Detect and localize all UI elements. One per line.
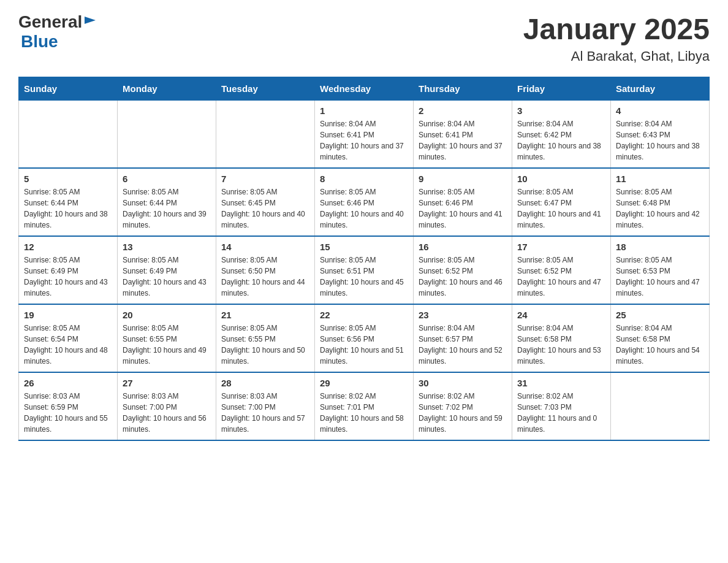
calendar-cell	[611, 372, 710, 440]
day-info: Sunrise: 8:05 AM Sunset: 6:53 PM Dayligh…	[616, 255, 704, 299]
location-subtitle: Al Barakat, Ghat, Libya	[523, 48, 710, 64]
day-info: Sunrise: 8:03 AM Sunset: 7:00 PM Dayligh…	[123, 391, 211, 435]
day-info: Sunrise: 8:05 AM Sunset: 6:45 PM Dayligh…	[221, 186, 309, 231]
day-number: 23	[419, 310, 507, 320]
page-header: General Blue January 2025 Al Barakat, Gh…	[18, 12, 710, 64]
calendar-cell: 12Sunrise: 8:05 AM Sunset: 6:49 PM Dayli…	[19, 236, 118, 304]
calendar-cell: 6Sunrise: 8:05 AM Sunset: 6:44 PM Daylig…	[118, 168, 216, 236]
day-number: 14	[221, 242, 309, 252]
day-info: Sunrise: 8:02 AM Sunset: 7:03 PM Dayligh…	[517, 391, 605, 435]
day-info: Sunrise: 8:05 AM Sunset: 6:54 PM Dayligh…	[24, 323, 112, 367]
day-info: Sunrise: 8:05 AM Sunset: 6:55 PM Dayligh…	[123, 323, 211, 367]
day-info: Sunrise: 8:04 AM Sunset: 6:57 PM Dayligh…	[419, 323, 507, 367]
day-info: Sunrise: 8:05 AM Sunset: 6:55 PM Dayligh…	[221, 323, 309, 367]
calendar-cell: 2Sunrise: 8:04 AM Sunset: 6:41 PM Daylig…	[414, 101, 512, 169]
calendar-header: SundayMondayTuesdayWednesdayThursdayFrid…	[19, 77, 710, 101]
day-number: 3	[517, 105, 605, 116]
calendar-cell: 1Sunrise: 8:04 AM Sunset: 6:41 PM Daylig…	[315, 101, 414, 169]
weekday-header-wednesday: Wednesday	[315, 77, 414, 101]
calendar-cell: 5Sunrise: 8:05 AM Sunset: 6:44 PM Daylig…	[19, 168, 118, 236]
logo-general-text: General	[18, 12, 82, 32]
day-number: 24	[517, 310, 605, 320]
calendar-cell: 13Sunrise: 8:05 AM Sunset: 6:49 PM Dayli…	[118, 236, 216, 304]
day-number: 15	[320, 242, 408, 252]
weekday-header-row: SundayMondayTuesdayWednesdayThursdayFrid…	[19, 77, 710, 101]
calendar-cell: 11Sunrise: 8:05 AM Sunset: 6:48 PM Dayli…	[611, 168, 710, 236]
day-number: 20	[123, 310, 211, 320]
day-info: Sunrise: 8:05 AM Sunset: 6:46 PM Dayligh…	[419, 186, 507, 231]
day-info: Sunrise: 8:04 AM Sunset: 6:58 PM Dayligh…	[517, 323, 605, 367]
day-info: Sunrise: 8:05 AM Sunset: 6:44 PM Dayligh…	[24, 186, 112, 231]
weekday-header-sunday: Sunday	[19, 77, 118, 101]
calendar-cell: 9Sunrise: 8:05 AM Sunset: 6:46 PM Daylig…	[414, 168, 512, 236]
day-number: 16	[419, 242, 507, 252]
day-info: Sunrise: 8:03 AM Sunset: 7:00 PM Dayligh…	[221, 391, 309, 435]
calendar-cell	[118, 101, 216, 169]
calendar-body: 1Sunrise: 8:04 AM Sunset: 6:41 PM Daylig…	[19, 101, 710, 441]
day-number: 29	[320, 378, 408, 388]
calendar-cell: 27Sunrise: 8:03 AM Sunset: 7:00 PM Dayli…	[118, 372, 216, 440]
svg-marker-0	[85, 17, 96, 24]
day-number: 2	[419, 105, 507, 116]
calendar-cell: 15Sunrise: 8:05 AM Sunset: 6:51 PM Dayli…	[315, 236, 414, 304]
day-info: Sunrise: 8:05 AM Sunset: 6:46 PM Dayligh…	[320, 186, 408, 231]
calendar-cell: 18Sunrise: 8:05 AM Sunset: 6:53 PM Dayli…	[611, 236, 710, 304]
day-number: 25	[616, 310, 704, 320]
calendar-cell: 22Sunrise: 8:05 AM Sunset: 6:56 PM Dayli…	[315, 304, 414, 372]
weekday-header-monday: Monday	[118, 77, 216, 101]
day-info: Sunrise: 8:05 AM Sunset: 6:56 PM Dayligh…	[320, 323, 408, 367]
day-info: Sunrise: 8:04 AM Sunset: 6:43 PM Dayligh…	[616, 118, 704, 163]
calendar-week-row: 26Sunrise: 8:03 AM Sunset: 6:59 PM Dayli…	[19, 372, 710, 440]
day-number: 17	[517, 242, 605, 252]
calendar-week-row: 1Sunrise: 8:04 AM Sunset: 6:41 PM Daylig…	[19, 101, 710, 169]
day-number: 28	[221, 378, 309, 388]
day-number: 6	[123, 174, 211, 184]
calendar-cell	[216, 101, 315, 169]
day-info: Sunrise: 8:05 AM Sunset: 6:52 PM Dayligh…	[419, 255, 507, 299]
calendar-cell: 30Sunrise: 8:02 AM Sunset: 7:02 PM Dayli…	[414, 372, 512, 440]
calendar-cell: 19Sunrise: 8:05 AM Sunset: 6:54 PM Dayli…	[19, 304, 118, 372]
day-number: 9	[419, 174, 507, 184]
day-number: 7	[221, 174, 309, 184]
day-info: Sunrise: 8:05 AM Sunset: 6:52 PM Dayligh…	[517, 255, 605, 299]
calendar-cell: 29Sunrise: 8:02 AM Sunset: 7:01 PM Dayli…	[315, 372, 414, 440]
calendar-cell: 28Sunrise: 8:03 AM Sunset: 7:00 PM Dayli…	[216, 372, 315, 440]
day-info: Sunrise: 8:05 AM Sunset: 6:49 PM Dayligh…	[123, 255, 211, 299]
day-number: 19	[24, 310, 112, 320]
calendar-cell: 7Sunrise: 8:05 AM Sunset: 6:45 PM Daylig…	[216, 168, 315, 236]
calendar-cell: 14Sunrise: 8:05 AM Sunset: 6:50 PM Dayli…	[216, 236, 315, 304]
calendar-cell: 31Sunrise: 8:02 AM Sunset: 7:03 PM Dayli…	[512, 372, 611, 440]
day-info: Sunrise: 8:05 AM Sunset: 6:44 PM Dayligh…	[123, 186, 211, 231]
logo: General Blue	[18, 12, 97, 52]
day-number: 11	[616, 174, 704, 184]
day-number: 4	[616, 105, 704, 116]
day-number: 21	[221, 310, 309, 320]
calendar-cell: 21Sunrise: 8:05 AM Sunset: 6:55 PM Dayli…	[216, 304, 315, 372]
calendar-cell: 24Sunrise: 8:04 AM Sunset: 6:58 PM Dayli…	[512, 304, 611, 372]
day-info: Sunrise: 8:04 AM Sunset: 6:42 PM Dayligh…	[517, 118, 605, 163]
calendar-cell: 20Sunrise: 8:05 AM Sunset: 6:55 PM Dayli…	[118, 304, 216, 372]
day-number: 30	[419, 378, 507, 388]
weekday-header-thursday: Thursday	[414, 77, 512, 101]
weekday-header-tuesday: Tuesday	[216, 77, 315, 101]
day-info: Sunrise: 8:04 AM Sunset: 6:58 PM Dayligh…	[616, 323, 704, 367]
calendar-cell: 23Sunrise: 8:04 AM Sunset: 6:57 PM Dayli…	[414, 304, 512, 372]
day-info: Sunrise: 8:05 AM Sunset: 6:50 PM Dayligh…	[221, 255, 309, 299]
day-number: 18	[616, 242, 704, 252]
day-info: Sunrise: 8:05 AM Sunset: 6:49 PM Dayligh…	[24, 255, 112, 299]
title-area: January 2025 Al Barakat, Ghat, Libya	[523, 12, 710, 64]
calendar-cell: 8Sunrise: 8:05 AM Sunset: 6:46 PM Daylig…	[315, 168, 414, 236]
calendar-cell: 26Sunrise: 8:03 AM Sunset: 6:59 PM Dayli…	[19, 372, 118, 440]
day-info: Sunrise: 8:02 AM Sunset: 7:02 PM Dayligh…	[419, 391, 507, 435]
calendar-cell: 3Sunrise: 8:04 AM Sunset: 6:42 PM Daylig…	[512, 101, 611, 169]
day-number: 27	[123, 378, 211, 388]
day-number: 31	[517, 378, 605, 388]
calendar-week-row: 5Sunrise: 8:05 AM Sunset: 6:44 PM Daylig…	[19, 168, 710, 236]
day-number: 22	[320, 310, 408, 320]
weekday-header-friday: Friday	[512, 77, 611, 101]
weekday-header-saturday: Saturday	[611, 77, 710, 101]
calendar-cell	[19, 101, 118, 169]
day-info: Sunrise: 8:02 AM Sunset: 7:01 PM Dayligh…	[320, 391, 408, 435]
day-info: Sunrise: 8:05 AM Sunset: 6:47 PM Dayligh…	[517, 186, 605, 231]
day-info: Sunrise: 8:04 AM Sunset: 6:41 PM Dayligh…	[419, 118, 507, 163]
